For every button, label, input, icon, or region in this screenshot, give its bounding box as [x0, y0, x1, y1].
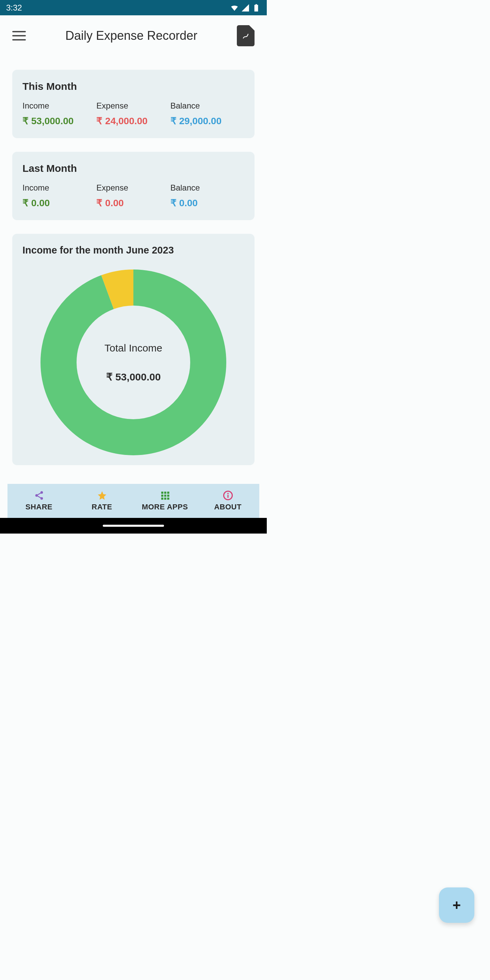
bottom-nav: SHARE RATE MORE APPS ABOUT: [8, 484, 259, 518]
signal-icon: [241, 3, 250, 12]
expense-value: ₹ 0.00: [96, 197, 170, 208]
about-label: ABOUT: [214, 503, 242, 511]
svg-line-5: [37, 493, 40, 495]
navigation-handle[interactable]: [103, 525, 164, 527]
expense-label: Expense: [96, 101, 170, 111]
donut-chart: Total Income ₹ 53,000.00: [40, 269, 226, 455]
balance-label: Balance: [170, 183, 244, 192]
menu-icon[interactable]: [12, 29, 26, 43]
app-header: Daily Expense Recorder: [0, 15, 267, 56]
star-icon: [97, 490, 107, 501]
navigation-handle-area: [0, 518, 267, 533]
this-month-stats: Income ₹ 53,000.00 Expense ₹ 24,000.00 B…: [22, 101, 244, 127]
svg-point-3: [35, 494, 38, 497]
this-month-title: This Month: [22, 81, 244, 92]
svg-rect-8: [164, 492, 166, 494]
status-bar: 3:32: [0, 0, 267, 15]
status-time: 3:32: [6, 3, 22, 13]
last-month-title: Last Month: [22, 163, 244, 174]
donut-center-label: Total Income: [105, 342, 162, 354]
more-apps-button[interactable]: MORE APPS: [134, 484, 196, 518]
donut-center-value: ₹ 53,000.00: [105, 371, 162, 383]
last-month-card[interactable]: Last Month Income ₹ 0.00 Expense ₹ 0.00 …: [12, 152, 255, 220]
svg-rect-18: [227, 495, 228, 498]
svg-rect-7: [161, 492, 163, 494]
about-button[interactable]: ABOUT: [196, 484, 259, 518]
svg-rect-14: [164, 498, 166, 500]
last-month-income: Income ₹ 0.00: [22, 183, 96, 208]
svg-rect-13: [161, 498, 163, 500]
share-button[interactable]: SHARE: [8, 484, 70, 518]
svg-rect-11: [164, 495, 166, 497]
expense-value: ₹ 24,000.00: [96, 115, 170, 127]
app-title: Daily Expense Recorder: [65, 29, 197, 43]
status-icons: [230, 3, 261, 12]
svg-rect-15: [167, 498, 169, 500]
last-month-expense: Expense ₹ 0.00: [96, 183, 170, 208]
balance-value: ₹ 0.00: [170, 197, 244, 208]
this-month-card[interactable]: This Month Income ₹ 53,000.00 Expense ₹ …: [12, 70, 255, 138]
more-apps-label: MORE APPS: [142, 503, 188, 511]
last-month-balance: Balance ₹ 0.00: [170, 183, 244, 208]
donut-center: Total Income ₹ 53,000.00: [105, 342, 162, 383]
chart-title: Income for the month June 2023: [22, 245, 244, 256]
donut-chart-wrap: Total Income ₹ 53,000.00: [22, 269, 244, 455]
grid-icon: [160, 490, 170, 501]
income-value: ₹ 0.00: [22, 197, 96, 208]
battery-icon: [252, 3, 261, 12]
income-label: Income: [22, 183, 96, 192]
share-icon: [34, 490, 44, 501]
rate-button[interactable]: RATE: [70, 484, 134, 518]
this-month-income: Income ₹ 53,000.00: [22, 101, 96, 127]
svg-point-4: [40, 497, 43, 500]
svg-rect-12: [167, 495, 169, 497]
pdf-icon: [241, 31, 250, 40]
expense-label: Expense: [96, 183, 170, 192]
wifi-icon: [230, 3, 239, 12]
income-value: ₹ 53,000.00: [22, 115, 96, 127]
export-pdf-button[interactable]: [237, 25, 255, 46]
main-content: This Month Income ₹ 53,000.00 Expense ₹ …: [0, 56, 267, 484]
svg-line-6: [37, 496, 40, 498]
income-label: Income: [22, 101, 96, 111]
svg-rect-10: [161, 495, 163, 497]
this-month-balance: Balance ₹ 29,000.00: [170, 101, 244, 127]
balance-value: ₹ 29,000.00: [170, 115, 244, 127]
rate-label: RATE: [92, 503, 112, 511]
svg-point-17: [227, 493, 229, 494]
last-month-stats: Income ₹ 0.00 Expense ₹ 0.00 Balance ₹ 0…: [22, 183, 244, 208]
info-icon: [223, 490, 233, 501]
income-chart-card: Income for the month June 2023 Total Inc…: [12, 234, 255, 465]
svg-rect-9: [167, 492, 169, 494]
svg-point-2: [40, 492, 43, 494]
this-month-expense: Expense ₹ 24,000.00: [96, 101, 170, 127]
balance-label: Balance: [170, 101, 244, 111]
share-label: SHARE: [25, 503, 53, 511]
